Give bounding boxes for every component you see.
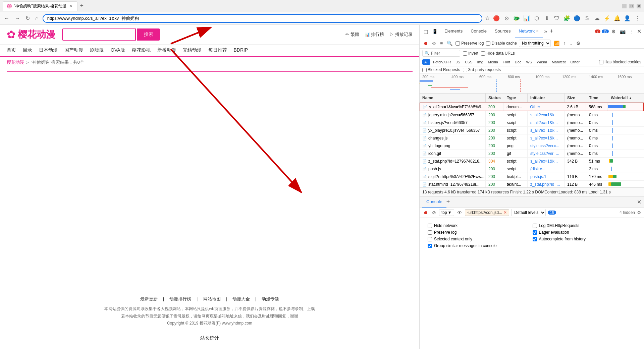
filter-font[interactable]: Font [501,59,512,65]
hide-network-checkbox[interactable] [428,224,432,228]
td-initiator-11[interactable]: z_stat.php?id=... [528,181,565,187]
footer-link-topic[interactable]: 动漫专题 [262,295,279,303]
console-eye-btn[interactable]: 👁 [456,209,463,216]
disable-cache-label[interactable]: Disable cache [486,41,517,46]
td-initiator-3[interactable]: s_all?ex=1&k... [528,119,565,126]
td-initiator-4[interactable]: s_all?ex=1&k... [528,127,565,134]
setting-eager-eval[interactable]: Eager evaluation [533,230,636,235]
active-tab[interactable]: 🌸 "神偷奶狗"搜索结果-樱花动漫 ✕ [3,1,77,11]
site-search-button[interactable]: 搜索 [137,28,160,41]
extension-icon-10[interactable]: S [583,14,591,22]
nav-video[interactable]: 樱花影视 [132,47,151,54]
restore-button[interactable]: □ [629,4,634,8]
header-link-fanti[interactable]: ✏ 繁體 [345,32,359,38]
tab-elements[interactable]: Elements [440,25,467,38]
devtools-close-btn[interactable]: ✕ [637,28,641,35]
console-settings-btn[interactable]: ⚙ [637,210,641,215]
header-link-ranking[interactable]: 📊 排行榜 [365,32,384,38]
devtools-select-element-btn[interactable]: ⬚ [422,27,429,36]
hide-data-urls-checkbox[interactable] [481,51,485,56]
table-row[interactable]: 📄z_stat.php?id=12796748218... 304 script… [420,158,644,165]
table-row[interactable]: 📄history.js?ver=566357 200 script s_all?… [420,119,644,127]
th-type[interactable]: Type [504,94,528,102]
table-row[interactable]: 📄yx_playpre10.js?ver=566357 200 script s… [420,127,644,134]
console-tab[interactable]: Console [422,197,446,208]
import-btn[interactable]: ↑ [562,40,567,47]
setting-autocomplete[interactable]: Autocomplete from history [533,237,636,241]
more-tools-icon[interactable]: ⋮ [633,14,641,22]
autocomplete-checkbox[interactable] [533,237,537,241]
extension-icon-13[interactable]: 🔔 [613,14,621,22]
filter-doc[interactable]: Doc [513,59,524,65]
forward-button[interactable]: → [13,14,21,23]
devtools-screenshot-btn[interactable]: 📷 [619,27,627,36]
th-size[interactable]: Size [565,94,586,102]
home-button[interactable]: ⌂ [34,14,40,23]
setting-log-xhr[interactable]: Log XMLHttpRequests [533,223,636,228]
blocked-requests-label[interactable]: Blocked Requests [422,67,460,72]
extension-icon-11[interactable]: ☁ [593,14,601,22]
extension-icon-2[interactable]: ⊘ [502,14,511,22]
extension-icon-4[interactable]: 📊 [523,14,531,22]
setting-preserve-log[interactable]: Preserve log [428,230,531,235]
extension-icon-8[interactable]: 🧩 [563,14,571,22]
filter-other[interactable]: Other [568,59,582,65]
filter-fetch-xhr[interactable]: Fetch/XHR [431,59,453,65]
td-initiator-10[interactable]: push.js:1 [528,173,565,180]
table-row[interactable]: 📄jquery.min.js?ver=566357 200 script s_a… [420,111,644,119]
third-party-checkbox[interactable] [463,68,467,72]
th-status[interactable]: Status [486,94,504,102]
new-tab-button[interactable]: + [77,2,87,9]
record-btn[interactable]: ⏺ [422,40,429,47]
filter-wasm[interactable]: Wasm [535,59,549,65]
tab-console[interactable]: Console [467,25,491,38]
table-row[interactable]: 📄 s_all?ex=1&kw=%E7%A5%9... 200 docum...… [420,103,644,111]
table-row[interactable]: 📄yh_logo.png 200 png style.css?ver=... (… [420,142,644,150]
th-initiator[interactable]: Initiator [528,94,565,102]
extension-icon-5[interactable]: ⬡ [533,14,541,22]
reload-button[interactable]: ↻ [24,14,31,23]
minimize-button[interactable]: ─ [622,4,627,8]
log-xhr-checkbox[interactable] [533,224,537,228]
setting-selected-context[interactable]: Selected context only [428,237,531,241]
network-settings-btn[interactable]: ⚙ [575,40,582,47]
extension-icon-14[interactable]: 👤 [623,14,631,22]
extension-icon-3[interactable]: 🐲 [513,14,521,22]
console-level-select[interactable]: Default levels [511,209,546,216]
tab-network[interactable]: Network ✕ [515,25,543,38]
th-waterfall[interactable]: Waterfall ▲ [608,94,644,102]
group-similar-checkbox[interactable] [428,244,432,248]
nav-complete[interactable]: 完结动漫 [183,47,202,54]
nav-daily[interactable]: 每日推荐 [208,47,227,54]
more-tabs-button[interactable]: » [543,27,548,36]
invert-checkbox[interactable] [463,51,467,56]
setting-hide-network[interactable]: Hide network [428,223,531,228]
filter-manifest[interactable]: Manifest [550,59,568,65]
throttle-select[interactable]: No throttling [519,40,551,47]
td-initiator-5[interactable]: s_all?ex=1&k... [528,134,565,142]
back-button[interactable]: ← [3,14,11,23]
footer-link-latest[interactable]: 最新更新 [140,295,158,303]
devtools-more-btn[interactable]: ⋮ [628,27,636,36]
filter-css[interactable]: CSS [463,59,475,65]
tab-sources[interactable]: Sources [491,25,515,38]
setting-group-similar[interactable]: Group similar messages in console [428,243,531,248]
console-filter-clear[interactable]: ✕ [503,210,507,215]
extension-icon-6[interactable]: ⬇ [543,14,551,22]
table-row[interactable]: 📄stat.htm?id=12796748218r... 200 text/ht… [420,181,644,187]
table-row[interactable]: 📄s.gif?r=https%3A%2F%2Fww... 200 text/pl… [420,173,644,181]
console-close-btn[interactable]: ✕ [637,199,641,205]
close-button[interactable]: ✕ [637,4,641,8]
nav-new[interactable]: 新番动漫 [157,47,176,54]
footer-link-sitemap[interactable]: 网站地图 [203,295,221,303]
network-table[interactable]: Name Status Type Initiator Size Time Wat… [420,94,644,187]
nav-bdrip[interactable]: BDRIP [234,47,248,54]
preserve-log-checkbox[interactable] [455,41,460,46]
eager-eval-checkbox[interactable] [533,230,537,235]
footer-link-ranking[interactable]: 动漫排行榜 [169,295,191,303]
nav-domestic[interactable]: 国产动漫 [64,47,83,54]
blocked-requests-checkbox[interactable] [422,68,427,72]
td-initiator-1[interactable]: Other [527,103,564,111]
extension-icon-12[interactable]: ⚡ [603,14,611,22]
footer-link-allsite[interactable]: 动漫大全 [232,295,250,303]
